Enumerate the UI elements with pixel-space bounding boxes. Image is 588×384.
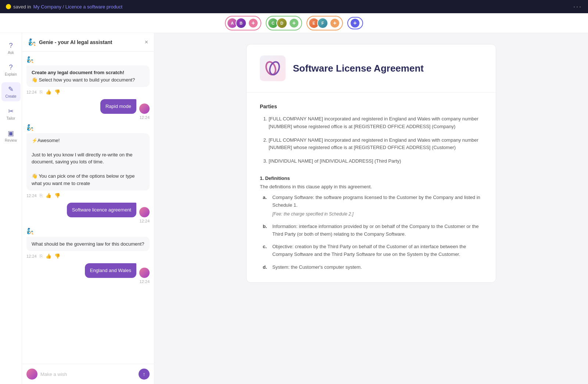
- collab-group-3[interactable]: E F +: [306, 16, 343, 30]
- msg3-time: 12:24: [26, 193, 37, 198]
- thumbs-down-icon[interactable]: 👎: [54, 253, 60, 259]
- chat-title: 🧞 Genie - your AI legal assistant: [28, 38, 112, 46]
- document-body: Parties [FULL COMPANY NAME] incorporated…: [247, 93, 496, 282]
- genie-bubble: Create any legal document from scratch! …: [26, 65, 150, 87]
- create-icon: ✎: [8, 85, 14, 93]
- copy-icon[interactable]: ⎘: [40, 253, 43, 259]
- chat-header: 🧞 Genie - your AI legal assistant ×: [22, 33, 154, 52]
- thumbs-up-icon[interactable]: 👍: [46, 89, 51, 95]
- msg2-time: 12:24: [139, 115, 150, 120]
- genie-avatar-icon: 🧞: [26, 56, 150, 63]
- tailor-icon: ✂: [8, 107, 14, 115]
- genie-bubble: What should be the governing law for thi…: [26, 237, 150, 251]
- msg1-time: 12:24: [26, 90, 37, 94]
- definition-c: c. Objective: creation by the Third Part…: [263, 243, 483, 258]
- collab-group-1[interactable]: A B +: [225, 16, 261, 30]
- definitions-intro: The definitions in this clause apply in …: [260, 184, 483, 189]
- document-header: Software License Agreement: [247, 44, 496, 93]
- send-icon: ↑: [143, 371, 146, 377]
- definitions-section: 1. Definitions The definitions in this c…: [260, 175, 483, 271]
- chat-title-text: Genie - your AI legal assistant: [39, 39, 112, 45]
- document-area: Software License Agreement Parties [FULL…: [154, 33, 588, 384]
- def-text-b: Information: interface information provi…: [272, 223, 483, 238]
- sidebar-label-review: Review: [5, 138, 17, 142]
- document-card: Software License Agreement Parties [FULL…: [246, 44, 496, 283]
- main-content: ? Ask ? Explain ✎ Create ✂ Tailor ▣ Revi…: [0, 33, 588, 384]
- chat-messages: 🧞 Create any legal document from scratch…: [22, 52, 154, 364]
- msg6-time: 12:24: [139, 279, 150, 284]
- saved-text: saved in: [13, 4, 31, 10]
- add-collaborator-button[interactable]: +: [351, 19, 359, 28]
- add-collaborator-button[interactable]: +: [330, 19, 339, 28]
- thumbs-up-icon[interactable]: 👍: [46, 253, 51, 259]
- msg4-time: 12:24: [139, 219, 150, 223]
- thumbs-down-icon[interactable]: 👎: [54, 89, 60, 95]
- definition-d: d. System: the Customer's computer syste…: [263, 264, 483, 271]
- sidebar-item-ask[interactable]: ? Ask: [1, 39, 21, 58]
- definition-a: a. Company Software: the software progra…: [263, 194, 483, 218]
- sidebar-item-tailor[interactable]: ✂ Tailor: [1, 104, 21, 123]
- chat-message-5: 🧞 What should be the governing law for t…: [26, 228, 150, 259]
- sidebar-label-ask: Ask: [8, 51, 14, 55]
- thumbs-up-icon[interactable]: 👍: [46, 193, 51, 198]
- chat-message-1: 🧞 Create any legal document from scratch…: [26, 56, 150, 95]
- genie-bubble: ⚡Awesome! Just to let you know I will di…: [26, 133, 150, 191]
- user-input-avatar: [26, 369, 37, 380]
- msg3-line3: 👋 You can pick one of the options below …: [32, 173, 144, 187]
- collab-group-4[interactable]: +: [347, 17, 363, 29]
- definition-b: b. Information: interface information pr…: [263, 223, 483, 238]
- user-bubble: Rapid mode: [100, 99, 136, 114]
- genie-icon: 🧞: [28, 38, 36, 46]
- def-letter-b: b.: [263, 223, 269, 238]
- msg3-line2: Just to let you know I will directly re-…: [32, 151, 144, 166]
- user-bubble: England and Wales: [85, 263, 136, 278]
- thumbs-down-icon[interactable]: 👎: [54, 193, 60, 198]
- parties-list: [FULL COMPANY NAME] incorporated and reg…: [260, 115, 483, 165]
- sidebar-item-review[interactable]: ▣ Review: [1, 126, 21, 145]
- sidebar-item-explain[interactable]: ? Explain: [1, 61, 21, 79]
- msg5-time: 12:24: [26, 254, 37, 258]
- document-title: Software License Agreement: [293, 63, 424, 74]
- chat-message-3: 🧞 ⚡Awesome! Just to let you know I will …: [26, 124, 150, 199]
- document-logo: [260, 55, 286, 81]
- party-item-3: [INDIVIDUAL NAME] of [INDIVIDUAL ADDRESS…: [269, 157, 483, 165]
- copy-icon[interactable]: ⎘: [40, 89, 43, 95]
- party-item-2: [FULL COMPANY NAME] incorporated and reg…: [269, 137, 483, 152]
- parties-heading: Parties: [260, 104, 483, 109]
- breadcrumb[interactable]: My Company / Licence a software product: [33, 4, 122, 10]
- def-letter-c: c.: [263, 243, 269, 258]
- add-collaborator-button[interactable]: +: [290, 19, 298, 28]
- chat-panel: 🧞 Genie - your AI legal assistant × 🧞 Cr…: [22, 33, 154, 384]
- copy-icon[interactable]: ⎘: [40, 193, 43, 198]
- sidebar-label-tailor: Tailor: [7, 116, 15, 120]
- user-avatar: [139, 207, 150, 217]
- def-text-d: System: the Customer's computer system.: [272, 264, 483, 271]
- avatar: B: [236, 18, 247, 29]
- review-icon: ▣: [8, 129, 14, 137]
- def-note-a: [Fee: the charge specified in Schedule 2…: [272, 211, 483, 218]
- sidebar-item-create[interactable]: ✎ Create: [1, 82, 21, 101]
- genie-avatar-icon: 🧞: [26, 124, 150, 131]
- breadcrumb-area: saved in My Company / Licence a software…: [6, 4, 122, 10]
- ask-icon: ?: [9, 42, 12, 50]
- collab-group-2[interactable]: C D +: [266, 16, 302, 30]
- chat-input-area: ↑: [22, 364, 154, 384]
- send-button[interactable]: ↑: [139, 369, 150, 380]
- close-chat-button[interactable]: ×: [145, 39, 148, 46]
- avatar: D: [276, 18, 287, 29]
- def-text-c: Objective: creation by the Third Party o…: [272, 243, 483, 258]
- msg1-subtext: 👋 Select how you want to build your docu…: [32, 77, 135, 83]
- msg1-title: Create any legal document from scratch!: [32, 70, 124, 75]
- user-bubble: Software licence agreement: [67, 203, 136, 217]
- chat-message-4: Software licence agreement 12:24: [26, 203, 150, 223]
- add-collaborator-button[interactable]: +: [249, 19, 258, 28]
- avatar: F: [317, 18, 328, 29]
- chat-input[interactable]: [40, 372, 136, 377]
- top-bar: saved in My Company / Licence a software…: [0, 0, 588, 13]
- logo-svg: [263, 59, 282, 77]
- explain-icon: ?: [9, 64, 12, 71]
- def-letter-a: a.: [263, 194, 269, 218]
- definitions-number: 1. Definitions: [260, 175, 483, 181]
- user-avatar: [139, 104, 150, 114]
- more-options-button[interactable]: ···: [573, 3, 582, 11]
